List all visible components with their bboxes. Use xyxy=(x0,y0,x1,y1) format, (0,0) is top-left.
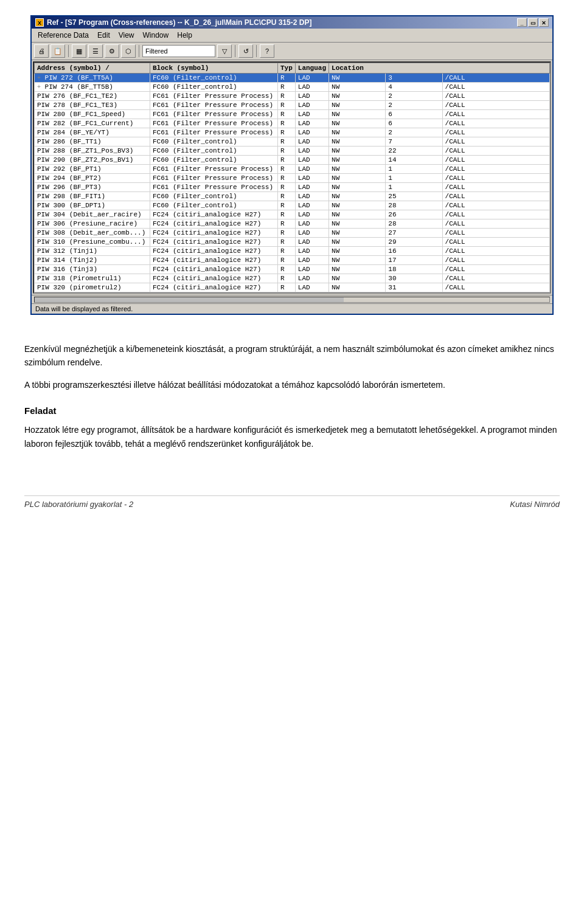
cell-language: LAD xyxy=(295,92,328,101)
table-row[interactable]: PIW 318 (Pirometrul1) FC24 (citiri_analo… xyxy=(35,274,550,283)
minimize-button[interactable]: _ xyxy=(517,18,527,27)
cell-loc3: /CALL xyxy=(442,201,549,210)
cell-address: PIW 308 (Debit_aer_comb...) xyxy=(35,229,150,238)
table-row[interactable]: PIW 280 (BF_FC1_Speed) FC61 (Filter Pres… xyxy=(35,110,550,119)
cell-loc2: 6 xyxy=(386,119,442,128)
cell-typ: R xyxy=(278,83,296,92)
cell-loc2: 17 xyxy=(386,256,442,265)
cell-loc3: /CALL xyxy=(442,283,549,292)
cell-loc2: 25 xyxy=(386,192,442,201)
table-row[interactable]: PIW 276 (BF_FC1_TE2) FC61 (Filter Pressu… xyxy=(35,92,550,101)
cell-language: LAD xyxy=(295,238,328,247)
cell-loc1: NW xyxy=(329,192,386,201)
cell-block: FC24 (citiri_analogice H27) xyxy=(150,210,278,219)
window-controls[interactable]: _ ▭ ✕ xyxy=(517,18,549,27)
cell-loc2: 28 xyxy=(386,219,442,229)
cell-loc1: NW xyxy=(329,147,386,156)
table-row[interactable]: PIW 316 (Tinj3) FC24 (citiri_analogice H… xyxy=(35,265,550,274)
table-row[interactable]: PIW 300 (BF_DPT1) FC60 (Filter_control) … xyxy=(35,201,550,210)
cell-block: FC61 (Filter Pressure Process) xyxy=(150,119,278,128)
table-row[interactable]: + PIW 272 (BF_TT5A) FC60 (Filter_control… xyxy=(35,74,550,83)
cell-address: PIW 292 (BF_PT1) xyxy=(35,165,150,174)
menu-edit[interactable]: Edit xyxy=(94,30,114,41)
cell-block: FC60 (Filter_control) xyxy=(150,156,278,165)
cell-loc1: NW xyxy=(329,265,386,274)
cell-typ: R xyxy=(278,174,296,183)
table-row[interactable]: PIW 282 (BF_FC1_Current) FC61 (Filter Pr… xyxy=(35,119,550,128)
cell-loc3: /CALL xyxy=(442,192,549,201)
cell-loc2: 7 xyxy=(386,137,442,147)
cell-language: LAD xyxy=(295,183,328,192)
paragraph-1: Ezenkívül megnézhetjük a ki/bemeneteink … xyxy=(24,342,560,370)
filter-button[interactable]: ▽ xyxy=(217,44,232,58)
col-header-location: Location xyxy=(329,63,550,74)
cell-block: FC61 (Filter Pressure Process) xyxy=(150,92,278,101)
cell-address: + PIW 274 (BF_TT5B) xyxy=(35,83,150,92)
table-row[interactable]: PIW 298 (BF_FIT1) FC60 (Filter_control) … xyxy=(35,192,550,201)
copy-button[interactable]: 📋 xyxy=(50,44,65,58)
cell-loc3: /CALL xyxy=(442,265,549,274)
cell-block: FC60 (Filter_control) xyxy=(150,137,278,147)
cell-language: LAD xyxy=(295,192,328,201)
list-view-button[interactable]: ☰ xyxy=(88,44,103,58)
cell-typ: R xyxy=(278,265,296,274)
col-header-typ: Typ xyxy=(278,63,296,74)
section-title: Feladat xyxy=(24,404,560,418)
cell-loc1: NW xyxy=(329,92,386,101)
refresh-button[interactable]: ↺ xyxy=(238,44,253,58)
cell-loc1: NW xyxy=(329,165,386,174)
cell-typ: R xyxy=(278,183,296,192)
expand-icon[interactable]: + xyxy=(37,75,41,81)
table-row[interactable]: PIW 294 (BF_PT2) FC61 (Filter Pressure P… xyxy=(35,174,550,183)
cell-block: FC60 (Filter_control) xyxy=(150,201,278,210)
table-row[interactable]: PIW 312 (Tinj1) FC24 (citiri_analogice H… xyxy=(35,247,550,256)
cell-loc3: /CALL xyxy=(442,137,549,147)
cell-loc2: 28 xyxy=(386,201,442,210)
cell-loc2: 16 xyxy=(386,247,442,256)
table-row[interactable]: PIW 308 (Debit_aer_comb...) FC24 (citiri… xyxy=(35,229,550,238)
cell-loc3: /CALL xyxy=(442,210,549,219)
menu-reference-data[interactable]: Reference Data xyxy=(34,30,92,41)
cell-block: FC61 (Filter Pressure Process) xyxy=(150,183,278,192)
cell-loc3: /CALL xyxy=(442,238,549,247)
menu-view[interactable]: View xyxy=(115,30,138,41)
table-row[interactable]: PIW 310 (Presiune_combu...) FC24 (citiri… xyxy=(35,238,550,247)
close-button[interactable]: ✕ xyxy=(539,18,549,27)
help-button[interactable]: ? xyxy=(260,44,274,58)
filter-display: Filtered xyxy=(142,45,215,57)
table-row[interactable]: PIW 278 (BF_FC1_TE3) FC61 (Filter Pressu… xyxy=(35,101,550,110)
cell-loc1: NW xyxy=(329,283,386,292)
restore-button[interactable]: ▭ xyxy=(528,18,538,27)
cell-address: PIW 300 (BF_DPT1) xyxy=(35,201,150,210)
table-row[interactable]: PIW 284 (BF_YE/YT) FC61 (Filter Pressure… xyxy=(35,128,550,137)
table-row[interactable]: PIW 286 (BF_TT1) FC60 (Filter_control) R… xyxy=(35,137,550,147)
table-row[interactable]: PIW 314 (Tinj2) FC24 (citiri_analogice H… xyxy=(35,256,550,265)
menu-window[interactable]: Window xyxy=(139,30,173,41)
table-row[interactable]: PIW 306 (Presiune_racire) FC24 (citiri_a… xyxy=(35,219,550,229)
table-row[interactable]: + PIW 274 (BF_TT5B) FC60 (Filter_control… xyxy=(35,83,550,92)
cell-loc1: NW xyxy=(329,74,386,83)
table-row[interactable]: PIW 320 (pirometrul2) FC24 (citiri_analo… xyxy=(35,283,550,292)
print-button[interactable]: 🖨 xyxy=(34,44,49,58)
cell-address: PIW 286 (BF_TT1) xyxy=(35,137,150,147)
table-row[interactable]: PIW 288 (BF_ZT1_Pos_BV3) FC60 (Filter_co… xyxy=(35,147,550,156)
io-button[interactable]: ⬡ xyxy=(121,44,136,58)
expand-icon[interactable]: + xyxy=(37,84,41,91)
cell-loc3: /CALL xyxy=(442,92,549,101)
table-row[interactable]: PIW 292 (BF_PT1) FC61 (Filter Pressure P… xyxy=(35,165,550,174)
cell-typ: R xyxy=(278,101,296,110)
table-view-button[interactable]: ▦ xyxy=(72,44,86,58)
properties-button[interactable]: ⚙ xyxy=(105,44,119,58)
cell-address: PIW 296 (BF_PT3) xyxy=(35,183,150,192)
table-row[interactable]: PIW 290 (BF_ZT2_Pos_BV1) FC60 (Filter_co… xyxy=(35,156,550,165)
cell-loc1: NW xyxy=(329,219,386,229)
cell-language: LAD xyxy=(295,210,328,219)
cell-loc2: 29 xyxy=(386,238,442,247)
cell-block: FC61 (Filter Pressure Process) xyxy=(150,110,278,119)
cell-typ: R xyxy=(278,192,296,201)
cell-loc3: /CALL xyxy=(442,174,549,183)
cell-address: + PIW 272 (BF_TT5A) xyxy=(35,74,150,83)
menu-help[interactable]: Help xyxy=(173,30,196,41)
table-row[interactable]: PIW 304 (Debit_aer_racire) FC24 (citiri_… xyxy=(35,210,550,219)
table-row[interactable]: PIW 296 (BF_PT3) FC61 (Filter Pressure P… xyxy=(35,183,550,192)
